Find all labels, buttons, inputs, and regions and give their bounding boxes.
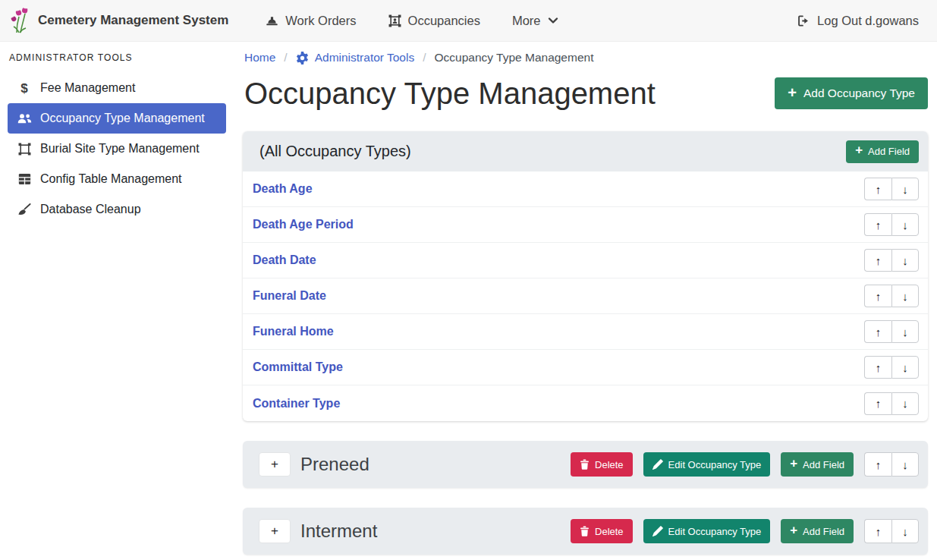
move-down-button[interactable]: ↓ — [891, 178, 919, 200]
sidebar-item-fee-management[interactable]: $ Fee Management — [8, 73, 226, 103]
move-up-button[interactable]: ↑ — [864, 519, 891, 543]
plus-icon: + — [271, 457, 278, 472]
button-label: Add Field — [803, 459, 844, 470]
sidebar-item-label: Burial Site Type Management — [40, 142, 200, 156]
delete-button[interactable]: Delete — [571, 519, 633, 543]
field-link[interactable]: Funeral Date — [253, 289, 326, 303]
sidebar-item-burial-site-type-management[interactable]: Burial Site Type Management — [8, 134, 226, 164]
sign-out-icon — [797, 14, 810, 27]
nav-item-work-orders[interactable]: Work Orders — [266, 14, 356, 28]
reorder-group: ↑ ↓ — [864, 249, 919, 272]
logout-label: Log Out d.gowans — [817, 14, 919, 28]
add-field-button[interactable]: + Add Field — [781, 519, 854, 543]
nav-item-label: Work Orders — [285, 14, 356, 28]
down-arrow-icon: ↓ — [902, 458, 908, 471]
down-arrow-icon: ↓ — [902, 326, 908, 338]
reorder-group: ↑ ↓ — [864, 392, 919, 415]
move-down-button[interactable]: ↓ — [891, 320, 919, 343]
field-link[interactable]: Committal Type — [253, 360, 343, 374]
field-link[interactable]: Funeral Home — [253, 325, 334, 338]
move-down-button[interactable]: ↓ — [891, 213, 919, 236]
move-down-button[interactable]: ↓ — [891, 519, 919, 543]
move-up-button[interactable]: ↑ — [864, 320, 891, 343]
add-field-button[interactable]: + Add Field — [846, 140, 919, 163]
expand-section-button[interactable]: + — [259, 452, 291, 477]
hard-hat-icon — [266, 14, 278, 27]
logout-button[interactable]: Log Out d.gowans — [797, 14, 919, 28]
move-up-button[interactable]: ↑ — [864, 392, 891, 415]
add-field-button[interactable]: + Add Field — [781, 452, 854, 477]
field-row: Death Age ↑ ↓ — [243, 171, 928, 207]
field-row: Funeral Home ↑ ↓ — [243, 314, 928, 350]
down-arrow-icon: ↓ — [902, 254, 908, 267]
nav-item-occupancies[interactable]: Occupancies — [388, 14, 480, 28]
breadcrumb-admin-tools-link[interactable]: Administrator Tools — [296, 51, 415, 64]
button-label: Delete — [595, 459, 624, 470]
all-occupancy-types-card: (All Occupancy Types) + Add Field Death … — [243, 131, 928, 421]
up-arrow-icon: ↑ — [876, 397, 882, 410]
breadcrumb-home-link[interactable]: Home — [244, 51, 275, 64]
breadcrumb-separator: / — [284, 51, 287, 64]
button-label: Edit Occupancy Type — [668, 459, 762, 470]
down-arrow-icon: ↓ — [902, 219, 908, 231]
button-label: Delete — [595, 526, 624, 537]
move-down-button[interactable]: ↓ — [891, 285, 919, 307]
delete-button[interactable]: Delete — [571, 452, 633, 477]
edit-occupancy-type-button[interactable]: Edit Occupancy Type — [643, 519, 771, 543]
up-arrow-icon: ↑ — [876, 326, 882, 338]
field-row: Committal Type ↑ ↓ — [243, 350, 928, 385]
page-title: Occupancy Type Management — [244, 75, 656, 112]
main-content: Home / Administrator Tools / Occupancy T… — [235, 42, 937, 560]
nav-item-more[interactable]: More — [512, 14, 558, 28]
breadcrumb-label: Home — [244, 51, 275, 64]
plus-icon: + — [790, 524, 797, 537]
brand-title: Cemetery Management System — [38, 13, 228, 28]
add-occupancy-type-button[interactable]: + Add Occupancy Type — [775, 77, 928, 109]
brand[interactable]: Cemetery Management System — [11, 7, 228, 34]
section-title: Preneed — [300, 454, 369, 475]
move-up-button[interactable]: ↑ — [864, 213, 891, 236]
gear-icon — [296, 52, 309, 64]
button-label: Add Occupancy Type — [803, 87, 915, 100]
down-arrow-icon: ↓ — [902, 290, 908, 303]
move-down-button[interactable]: ↓ — [891, 392, 919, 415]
edit-occupancy-type-button[interactable]: Edit Occupancy Type — [643, 452, 771, 477]
move-up-button[interactable]: ↑ — [864, 356, 891, 379]
pencil-icon — [652, 459, 663, 470]
up-arrow-icon: ↑ — [876, 219, 882, 231]
field-row: Container Type ↑ ↓ — [243, 385, 928, 421]
move-up-button[interactable]: ↑ — [864, 452, 891, 477]
field-row: Death Age Period ↑ ↓ — [243, 207, 928, 243]
reorder-group: ↑ ↓ — [864, 519, 919, 543]
move-down-button[interactable]: ↓ — [891, 249, 919, 272]
field-link[interactable]: Container Type — [253, 397, 340, 411]
tulip-logo-icon — [11, 7, 30, 34]
up-arrow-icon: ↑ — [876, 525, 882, 538]
move-down-button[interactable]: ↓ — [891, 452, 919, 477]
sidebar-item-occupancy-type-management[interactable]: Occupancy Type Management — [8, 103, 226, 134]
move-up-button[interactable]: ↑ — [864, 249, 891, 272]
field-link[interactable]: Death Age Period — [253, 218, 354, 231]
sidebar-item-label: Occupancy Type Management — [40, 112, 205, 125]
section-actions: Delete Edit Occupancy Type + Add Field ↑ — [571, 519, 919, 543]
move-up-button[interactable]: ↑ — [864, 178, 891, 200]
expand-section-button[interactable]: + — [259, 519, 291, 543]
chevron-down-icon — [548, 16, 558, 25]
field-row: Death Date ↑ ↓ — [243, 243, 928, 278]
card-title: (All Occupancy Types) — [259, 143, 411, 160]
up-arrow-icon: ↑ — [876, 183, 882, 196]
section-interment: + Interment Delete — [243, 508, 928, 555]
sidebar-item-database-cleanup[interactable]: Database Cleanup — [8, 194, 226, 225]
breadcrumb-label: Administrator Tools — [315, 51, 415, 64]
sidebar-item-config-table-management[interactable]: Config Table Management — [8, 164, 226, 194]
up-arrow-icon: ↑ — [876, 254, 882, 267]
down-arrow-icon: ↓ — [902, 183, 908, 196]
down-arrow-icon: ↓ — [902, 525, 908, 538]
move-up-button[interactable]: ↑ — [864, 285, 891, 307]
nav-item-label: More — [512, 14, 541, 28]
field-link[interactable]: Death Age — [253, 182, 313, 196]
section-actions: Delete Edit Occupancy Type + Add Field ↑ — [571, 452, 919, 477]
field-link[interactable]: Death Date — [253, 253, 316, 267]
dollar-icon: $ — [15, 82, 33, 95]
move-down-button[interactable]: ↓ — [891, 356, 919, 379]
